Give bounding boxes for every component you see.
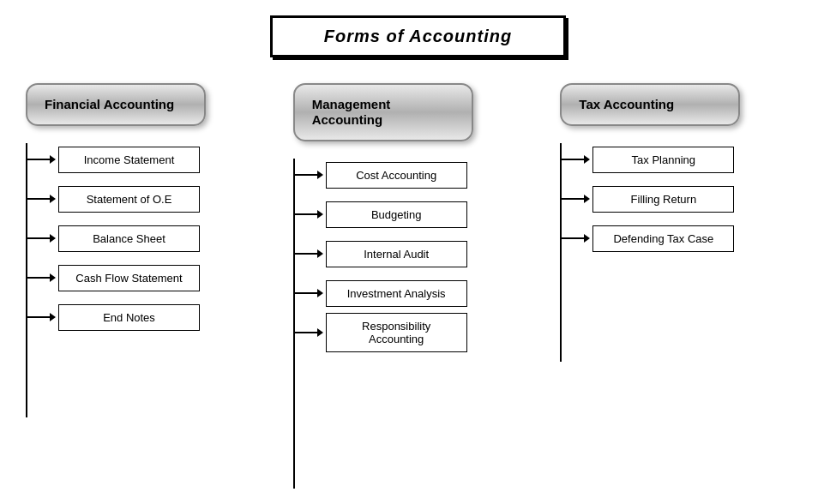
arrow-head: [50, 234, 56, 243]
list-item: Defending Tax Case: [562, 222, 734, 255]
arrow-head: [584, 155, 590, 164]
arrow-connector: [295, 171, 326, 179]
arrow-connector: [27, 234, 58, 243]
connector-area-management: Cost AccountingBudgetingInternal AuditIn…: [293, 159, 467, 489]
item-box-management-4: Responsibility Accounting: [326, 313, 467, 352]
horizontal-line: [27, 159, 50, 160]
list-item: Budgeting: [295, 198, 467, 231]
arrow-head: [317, 210, 323, 219]
item-box-tax-1: Filling Return: [592, 186, 734, 213]
list-item: Balance Sheet: [27, 222, 200, 255]
list-item: Filling Return: [562, 183, 734, 215]
item-box-financial-3: Cash Flow Statement: [58, 265, 200, 291]
list-item: End Notes: [27, 301, 200, 333]
arrow-head: [317, 328, 323, 337]
arrow-connector: [27, 313, 58, 321]
list-item: Income Statement: [27, 143, 200, 176]
item-box-financial-4: End Notes: [58, 304, 200, 331]
column-tax: Tax AccountingTax PlanningFilling Return…: [551, 83, 819, 362]
horizontal-line: [295, 213, 317, 215]
arrow-connector: [295, 328, 326, 337]
arrow-head: [317, 289, 323, 297]
list-item: Investment Analysis: [295, 277, 467, 309]
horizontal-line: [295, 332, 317, 333]
title-box: Forms of Accounting: [270, 15, 566, 57]
arrow-head: [50, 313, 56, 321]
arrow-connector: [27, 273, 58, 282]
list-item: Statement of O.E: [27, 183, 200, 215]
list-item: Tax Planning: [562, 143, 734, 176]
items-list-management: Cost AccountingBudgetingInternal AuditIn…: [295, 159, 467, 356]
arrow-head: [584, 234, 590, 243]
item-box-management-2: Internal Audit: [326, 241, 467, 267]
column-financial: Financial AccountingIncome StatementStat…: [17, 83, 285, 417]
item-box-financial-2: Balance Sheet: [58, 225, 200, 252]
list-item: Internal Audit: [295, 237, 467, 270]
items-list-financial: Income StatementStatement of O.EBalance …: [27, 143, 200, 340]
arrow-head: [584, 195, 590, 203]
category-label-financial: Financial Accounting: [45, 97, 174, 111]
arrow-head: [50, 195, 56, 203]
category-label-management: Management Accounting: [312, 97, 391, 127]
arrow-connector: [295, 210, 326, 219]
arrow-connector: [295, 289, 326, 297]
arrow-head: [50, 273, 56, 282]
item-box-tax-2: Defending Tax Case: [592, 225, 734, 252]
item-box-management-1: Budgeting: [326, 201, 467, 228]
item-box-financial-0: Income Statement: [58, 147, 200, 173]
category-header-management: Management Accounting: [293, 83, 473, 141]
horizontal-line: [295, 292, 317, 294]
connector-area-tax: Tax PlanningFilling ReturnDefending Tax …: [560, 143, 734, 362]
horizontal-line: [27, 277, 50, 279]
item-box-management-0: Cost Accounting: [326, 162, 467, 189]
horizontal-line: [295, 174, 317, 176]
horizontal-line: [27, 237, 50, 239]
category-header-financial: Financial Accounting: [26, 83, 206, 126]
arrow-connector: [562, 195, 592, 203]
arrow-connector: [27, 155, 58, 164]
horizontal-line: [27, 198, 50, 200]
diagram-columns: Financial AccountingIncome StatementStat…: [17, 83, 819, 489]
item-box-management-3: Investment Analysis: [326, 280, 467, 307]
item-box-financial-1: Statement of O.E: [58, 186, 200, 213]
horizontal-line: [27, 316, 50, 318]
page-title: Forms of Accounting: [324, 27, 512, 45]
connector-area-financial: Income StatementStatement of O.EBalance …: [26, 143, 200, 417]
category-label-tax: Tax Accounting: [579, 97, 674, 111]
column-management: Management AccountingCost AccountingBudg…: [285, 83, 552, 489]
arrow-connector: [27, 195, 58, 203]
list-item: Responsibility Accounting: [295, 316, 467, 349]
arrow-connector: [562, 234, 592, 243]
list-item: Cost Accounting: [295, 159, 467, 191]
horizontal-line: [562, 237, 584, 239]
horizontal-line: [562, 198, 584, 200]
list-item: Cash Flow Statement: [27, 261, 200, 294]
horizontal-line: [562, 159, 584, 160]
arrow-head: [317, 249, 323, 258]
arrow-connector: [562, 155, 592, 164]
items-list-tax: Tax PlanningFilling ReturnDefending Tax …: [562, 143, 734, 261]
item-box-tax-0: Tax Planning: [592, 147, 734, 173]
arrow-connector: [295, 249, 326, 258]
arrow-head: [50, 155, 56, 164]
arrow-head: [317, 171, 323, 179]
category-header-tax: Tax Accounting: [560, 83, 740, 126]
horizontal-line: [295, 253, 317, 255]
